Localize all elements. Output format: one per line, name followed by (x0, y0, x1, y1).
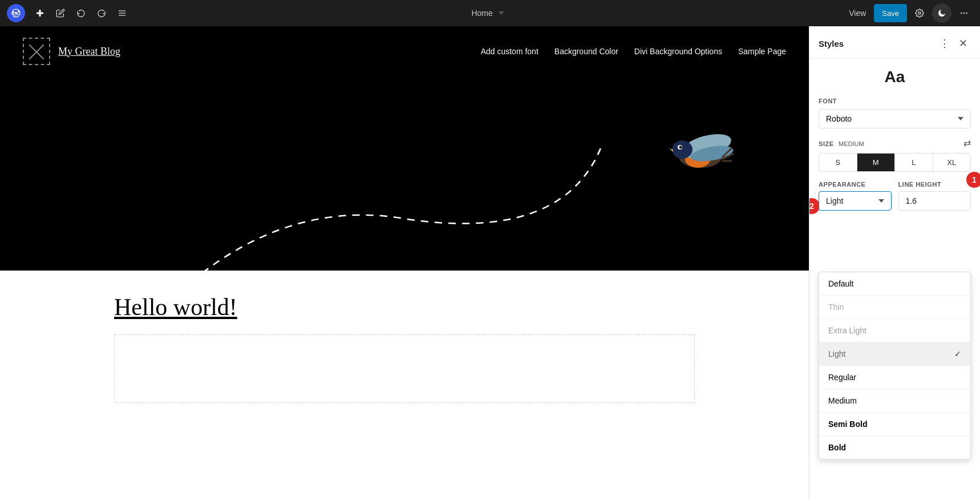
home-button[interactable]: Home (471, 9, 504, 18)
panel-header: Styles ⋮ ✕ (809, 26, 980, 59)
theme-toggle-button[interactable] (932, 3, 951, 23)
reset-size-icon[interactable]: ⇄ (963, 138, 971, 148)
svg-point-16 (679, 146, 682, 149)
content-area: Hello world! (0, 271, 809, 426)
panel-header-actions: ⋮ ✕ (937, 35, 971, 51)
site-title: My Great Blog (58, 46, 120, 58)
home-chevron-icon (499, 11, 504, 15)
site-nav: Add custom font Background Color Divi Ba… (481, 47, 786, 56)
dropdown-item-extra-light[interactable]: Extra Light (819, 319, 970, 342)
svg-rect-1 (37, 13, 43, 14)
line-height-input[interactable] (898, 191, 971, 211)
dropdown-item-medium[interactable]: Medium (819, 389, 970, 413)
panel-title: Styles (819, 39, 844, 49)
font-select[interactable]: Roboto (819, 109, 971, 128)
dropdown-item-light[interactable]: Light ✓ (819, 342, 970, 366)
appearance-col: APPEARANCE Light (819, 181, 892, 211)
size-medium-badge: MEDIUM (839, 140, 864, 147)
post-title: Hello world! (114, 293, 695, 321)
svg-point-5 (918, 12, 921, 14)
view-button[interactable]: View (844, 9, 870, 18)
panel-body: Aa 1 FONT Roboto SIZE MEDIUM ⇄ S M L XL (809, 59, 980, 500)
appearance-label: APPEARANCE (819, 181, 892, 188)
line-height-col: LINE HEIGHT (898, 181, 971, 211)
size-m-button[interactable]: M (857, 154, 896, 171)
appearance-select[interactable]: Light (819, 191, 892, 211)
main-area: My Great Blog Add custom font Background… (0, 26, 980, 500)
badge-1: 1 (966, 172, 980, 188)
dropdown-item-semibold[interactable]: Semi Bold (819, 413, 970, 436)
nav-add-custom-font[interactable]: Add custom font (481, 47, 538, 56)
dropdown-item-bold[interactable]: Bold (819, 436, 970, 459)
hero-section (0, 76, 809, 271)
size-row: SIZE MEDIUM ⇄ (819, 138, 971, 148)
svg-point-13 (672, 140, 693, 159)
check-icon: ✓ (954, 349, 961, 358)
more-options-button[interactable] (955, 4, 973, 22)
dropdown-label-thin: Thin (828, 303, 844, 312)
svg-point-8 (966, 13, 967, 14)
panel-more-button[interactable]: ⋮ (937, 35, 953, 51)
edit-button[interactable] (51, 4, 70, 22)
appearance-row: APPEARANCE Light LINE HEIGHT (819, 181, 971, 211)
toolbar: Home View Save (0, 0, 980, 26)
dropdown-label-bold: Bold (828, 443, 846, 452)
svg-point-6 (961, 13, 962, 14)
dropdown-item-thin[interactable]: Thin (819, 296, 970, 319)
content-placeholder (114, 334, 695, 403)
svg-point-7 (963, 13, 965, 14)
add-block-button[interactable] (31, 4, 49, 22)
dropdown-label-regular: Regular (828, 373, 856, 382)
appearance-dropdown: Default Thin Extra Light Light ✓ Regular… (819, 272, 971, 459)
redo-button[interactable] (92, 4, 111, 22)
site-header: My Great Blog Add custom font Background… (0, 26, 809, 76)
size-xl-button[interactable]: XL (933, 154, 971, 171)
wp-logo[interactable] (7, 4, 25, 22)
nav-background-color[interactable]: Background Color (554, 47, 618, 56)
nav-divi-background[interactable]: Divi Background Options (634, 47, 722, 56)
dropdown-item-regular[interactable]: Regular (819, 366, 970, 389)
panel-close-button[interactable]: ✕ (955, 35, 971, 51)
home-label: Home (471, 9, 492, 18)
dropdown-label-extra-light: Extra Light (828, 326, 866, 335)
list-view-button[interactable] (113, 4, 131, 22)
appearance-select-wrapper: Light (819, 191, 892, 211)
dropdown-label-semibold: Semi Bold (828, 420, 867, 429)
line-height-label: LINE HEIGHT (898, 181, 971, 188)
size-section-label: SIZE (819, 140, 834, 147)
aa-label: Aa (819, 68, 971, 86)
font-section-label: FONT (819, 98, 971, 104)
undo-button[interactable] (72, 4, 90, 22)
logo-x-icon (26, 41, 47, 62)
site-logo-area: My Great Blog (23, 38, 120, 65)
styles-panel: Styles ⋮ ✕ Aa 1 FONT Roboto SIZE MEDIUM … (809, 26, 980, 500)
size-s-button[interactable]: S (819, 154, 857, 171)
dropdown-label-light: Light (828, 349, 845, 358)
nav-sample-page[interactable]: Sample Page (738, 47, 786, 56)
dropdown-item-default[interactable]: Default (819, 272, 970, 296)
canvas: My Great Blog Add custom font Background… (0, 26, 809, 500)
size-l-button[interactable]: L (895, 154, 933, 171)
bird-image (661, 122, 740, 185)
size-buttons: S M L XL (819, 153, 971, 172)
dropdown-label-medium: Medium (828, 396, 857, 405)
logo-placeholder (23, 38, 50, 65)
settings-button[interactable] (910, 4, 929, 22)
dropdown-label-default: Default (828, 279, 853, 288)
save-button[interactable]: Save (874, 4, 907, 22)
